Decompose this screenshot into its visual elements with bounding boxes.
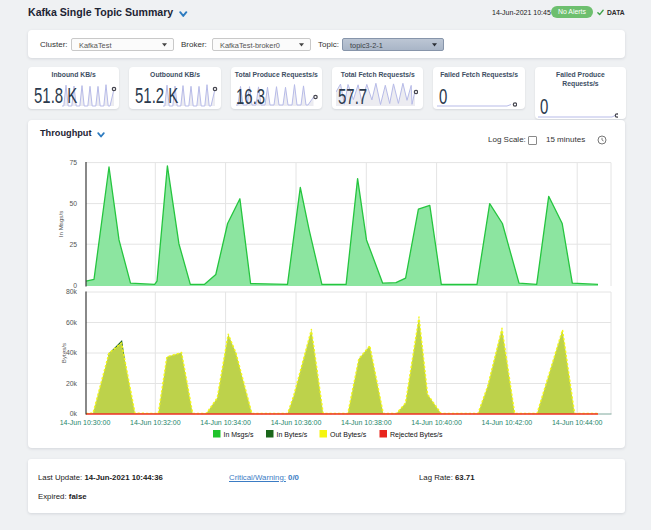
svg-text:14-Jun 10:30:00: 14-Jun 10:30:00 [60, 419, 111, 426]
svg-text:In Msgs/s: In Msgs/s [57, 211, 64, 237]
svg-text:60k: 60k [66, 319, 78, 326]
svg-text:20k: 20k [66, 380, 78, 387]
svg-text:Rejected Bytes/s: Rejected Bytes/s [390, 431, 443, 439]
svg-text:14-Jun 10:40:00: 14-Jun 10:40:00 [411, 419, 462, 426]
svg-text:Bytes/s: Bytes/s [60, 343, 67, 363]
svg-text:14-Jun 10:44:00: 14-Jun 10:44:00 [552, 419, 603, 426]
svg-text:0k: 0k [70, 410, 78, 417]
svg-text:In Msgs/s: In Msgs/s [224, 431, 254, 439]
svg-text:50: 50 [69, 200, 77, 207]
svg-text:75: 75 [69, 159, 77, 166]
svg-text:14-Jun 10:34:00: 14-Jun 10:34:00 [200, 419, 251, 426]
svg-text:40k: 40k [66, 349, 78, 356]
svg-text:14-Jun 10:36:00: 14-Jun 10:36:00 [271, 419, 322, 426]
svg-text:25: 25 [69, 241, 77, 248]
svg-text:14-Jun 10:32:00: 14-Jun 10:32:00 [130, 419, 181, 426]
svg-text:14-Jun 10:42:00: 14-Jun 10:42:00 [482, 419, 533, 426]
svg-text:80k: 80k [66, 288, 78, 295]
svg-text:Out Bytes/s: Out Bytes/s [330, 431, 367, 439]
svg-text:14-Jun 10:38:00: 14-Jun 10:38:00 [341, 419, 392, 426]
svg-text:In Bytes/s: In Bytes/s [277, 431, 308, 439]
